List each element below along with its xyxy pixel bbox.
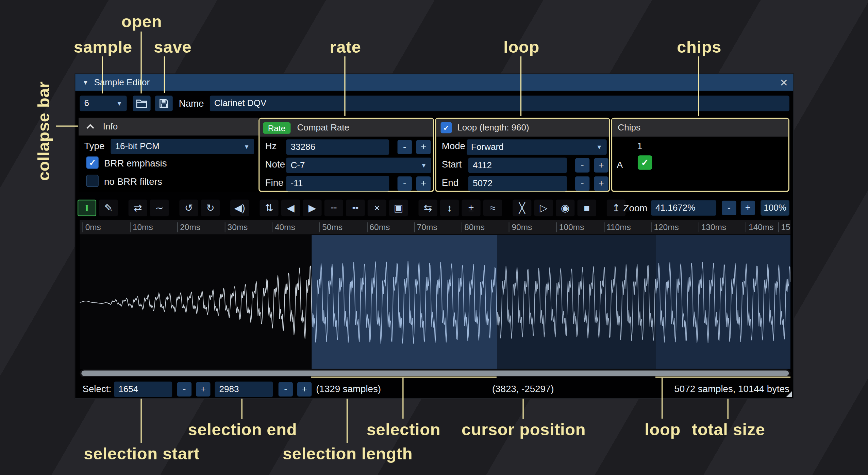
annotation-selection-end: selection end [188,420,297,439]
hz-plus-button[interactable]: + [416,140,431,154]
zoom-out-button[interactable]: - [722,201,736,215]
dropdown-arrow-icon: ▼ [244,143,250,150]
hz-label: Hz [265,141,277,152]
zoom-reset-button[interactable]: 100% [761,200,789,216]
brr-emphasis-label: BRR emphasis [104,158,167,169]
save-floppy-icon [160,99,168,108]
rate-badge[interactable]: Rate [263,122,290,134]
loop-end-plus-button[interactable]: + [594,176,608,191]
amplify-button[interactable]: ◀) [230,200,249,216]
rate-header-label: Compat Rate [297,123,349,133]
loop-end-minus-button[interactable]: - [575,176,589,191]
selection-start-input[interactable]: 1654 [114,382,172,397]
selection-end-minus-button[interactable]: - [279,382,293,397]
loop-enable-checkbox[interactable]: ✓ [441,122,452,134]
annotation-save-line [164,56,165,93]
no-brr-filters-checkbox[interactable] [86,175,99,187]
ruler-label-70ms: 70ms [414,222,437,232]
window-resize-grip[interactable] [786,391,792,397]
trim-button[interactable]: ▣ [389,200,408,216]
loop-mode-value: Forward [471,142,504,152]
brr-emphasis-checkbox[interactable]: ✓ [86,157,99,169]
annotation-loop-bottom: loop [645,420,681,439]
mode-label: Mode [442,141,465,152]
selection-end-plus-button[interactable]: + [297,382,312,397]
annotation-open-line [140,32,141,93]
selection-start-plus-button[interactable]: + [196,382,210,397]
zoom-input[interactable]: 41.1672% [651,200,716,216]
loop-region [656,235,790,369]
loop-end-label: End [442,177,458,189]
chip-enabled-checkbox[interactable]: ✓ [638,155,652,170]
annotation-selection-length: selection length [283,445,413,463]
selection-end-input[interactable]: 2983 [215,382,273,397]
rate-header: Rate Compat Rate [260,119,433,137]
save-button[interactable] [155,96,173,111]
selection-start-minus-button[interactable]: - [177,382,191,397]
draw-button[interactable]: ✎ [99,200,118,216]
loop-start-input[interactable]: 4112 [468,158,567,173]
waveform-area[interactable] [80,235,790,369]
fine-minus-button[interactable]: - [398,176,412,191]
type-label: Type [84,141,104,152]
annotation-selection-length-line [347,399,348,443]
annotation-selection-line [402,378,403,419]
type-dropdown[interactable]: 16-bit PCM ▼ [111,139,254,155]
dropdown-arrow-icon: ▼ [421,162,427,169]
fade-in-button[interactable]: ◀ [281,200,300,216]
zoom-in-button[interactable]: + [741,201,755,215]
selection-end-value: 2983 [219,384,239,394]
collapse-bar-icon[interactable] [84,121,96,132]
loop-header: ✓ Loop (length: 960) [436,119,609,137]
undo-button[interactable]: ↺ [179,200,198,216]
sample-name-input[interactable]: Clarinet DQV [210,96,789,111]
preview-note-button[interactable]: ◉ [556,200,574,216]
info-header-label: Info [103,122,118,131]
loop-panel: ✓ Loop (length: 960) Mode Forward ▼ Star… [435,118,610,192]
sample-number-dropdown[interactable]: 6 ▼ [80,96,127,111]
close-icon[interactable]: × [780,74,788,91]
loop-end-input[interactable]: 5072 [468,176,567,192]
annotation-selection-start: selection start [84,445,200,463]
annotation-loop-line [520,56,521,116]
loop-header-label: Loop (length: 960) [457,123,529,133]
total-size-info: 5072 samples, 10144 bytes [674,384,789,395]
fine-input[interactable]: -11 [286,176,389,192]
sign-button[interactable]: ± [462,200,480,216]
waveform-scrollbar[interactable] [80,369,790,377]
info-header[interactable]: Info [79,118,258,136]
delete-button[interactable]: × [368,200,386,216]
scrollbar-thumb[interactable] [81,370,789,376]
filter-button[interactable]: ≈ [483,200,502,216]
invert-button[interactable]: ↕ [440,200,459,216]
fine-value: -11 [290,179,303,189]
ruler-label-20ms: 20ms [177,222,200,232]
zoom-value: 41.1672% [655,203,695,213]
ruler-label-150: 150 [778,222,790,232]
resize-button[interactable]: ⇄ [129,200,147,216]
window-collapse-icon[interactable]: ▼ [83,79,89,86]
edit-mode-button[interactable]: I [78,200,96,216]
redo-button[interactable]: ↻ [201,200,220,216]
reverse-button[interactable]: ⇆ [418,200,437,216]
fine-plus-button[interactable]: + [416,176,431,191]
note-dropdown[interactable]: C-7 ▼ [286,158,431,173]
loop-start-plus-button[interactable]: + [594,158,608,172]
hz-input[interactable]: 33286 [286,139,389,155]
fade-out-button[interactable]: ▶ [303,200,321,216]
export-button[interactable]: ↥ [607,200,625,216]
stop-button[interactable]: ■ [578,200,596,216]
apply-silence-button[interactable]: ╍ [346,200,365,216]
loop-mode-dropdown[interactable]: Forward ▼ [467,139,607,155]
normalize-button[interactable]: ⇅ [260,200,278,216]
loop-start-minus-button[interactable]: - [575,158,589,172]
open-button[interactable] [133,96,151,111]
ruler-label-130ms: 130ms [699,222,726,232]
hz-minus-button[interactable]: - [398,140,412,154]
crossfade-button[interactable]: ╳ [513,200,531,216]
resample-button[interactable]: ∼ [150,200,169,216]
ruler-label-10ms: 10ms [130,222,153,232]
annotation-rate: rate [330,38,361,56]
insert-silence-button[interactable]: ╌ [324,200,343,216]
preview-button[interactable]: ▷ [534,200,553,216]
